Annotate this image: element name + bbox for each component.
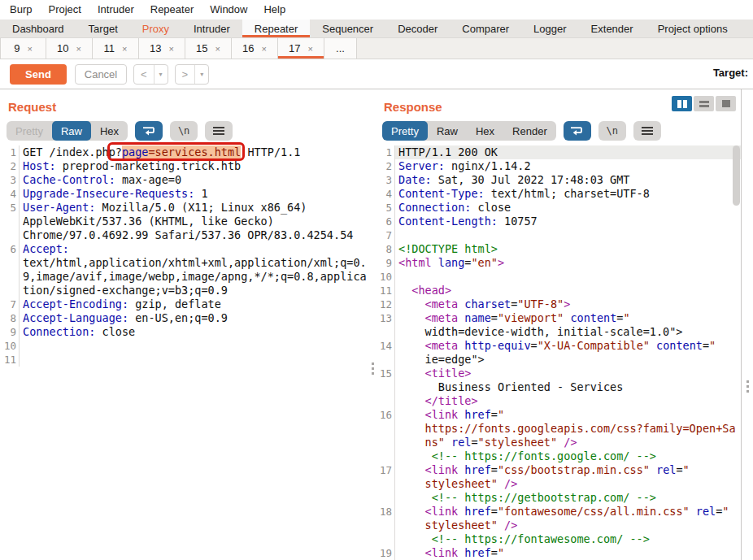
- menu-item-help[interactable]: Help: [255, 0, 294, 20]
- request-menu-button[interactable]: [205, 121, 233, 141]
- menu-item-repeater[interactable]: Repeater: [142, 0, 202, 20]
- code-line[interactable]: 17 <link href="css/bootstrap.min.css" re…: [376, 463, 741, 477]
- code-line[interactable]: 5User-Agent: Mozilla/5.0 (X11; Linux x86…: [0, 201, 370, 215]
- code-line[interactable]: ie=edge">: [376, 353, 741, 367]
- close-tab-icon[interactable]: ×: [122, 44, 127, 54]
- code-line[interactable]: 7Accept-Encoding: gzip, deflate: [0, 297, 370, 311]
- back-dropdown-icon[interactable]: ▾: [154, 65, 168, 84]
- repeater-tab-16[interactable]: 16×: [232, 38, 278, 59]
- forward-dropdown-icon[interactable]: ▾: [194, 65, 208, 84]
- repeater-tab-9[interactable]: 9×: [0, 38, 46, 59]
- send-button[interactable]: Send: [10, 64, 67, 85]
- close-tab-icon[interactable]: ×: [215, 44, 220, 54]
- repeater-tab-11[interactable]: 11×: [93, 38, 139, 59]
- main-tab-logger[interactable]: Logger: [521, 20, 578, 37]
- code-line[interactable]: 2Host: preprod-marketing.trick.htb: [0, 159, 370, 173]
- code-line[interactable]: 10: [0, 339, 370, 353]
- code-line[interactable]: 1GET /index.php?page=services.html HTTP/…: [0, 145, 370, 159]
- response-tab-render[interactable]: Render: [503, 121, 556, 141]
- repeater-tab-overflow[interactable]: ...: [324, 38, 357, 59]
- menu-item-intruder[interactable]: Intruder: [89, 0, 142, 20]
- repeater-tab-13[interactable]: 13×: [139, 38, 185, 59]
- split-columns-view-button[interactable]: [672, 96, 692, 111]
- request-editor[interactable]: 1GET /index.php?page=services.html HTTP/…: [0, 145, 370, 367]
- code-line[interactable]: 7: [376, 228, 741, 242]
- code-line[interactable]: 8<!DOCTYPE html>: [376, 242, 741, 256]
- request-tab-pretty[interactable]: Pretty: [7, 121, 52, 141]
- code-line[interactable]: <!-- https://fonts.google.com/ -->: [376, 449, 741, 463]
- code-line[interactable]: 11: [0, 353, 370, 367]
- menu-item-project[interactable]: Project: [40, 0, 89, 20]
- code-line[interactable]: 13 <meta name="viewport" content=": [376, 311, 741, 325]
- code-line[interactable]: 1HTTP/1.1 200 OK: [376, 145, 741, 159]
- code-line[interactable]: 18 <link href="fontawesome/css/all.min.c…: [376, 505, 741, 519]
- code-line[interactable]: 19 <link href=": [376, 546, 741, 560]
- request-tab-hex[interactable]: Hex: [91, 121, 128, 141]
- code-line[interactable]: 10: [376, 270, 741, 284]
- main-tab-project-options[interactable]: Project options: [646, 20, 740, 37]
- request-show-newlines-button[interactable]: \n: [170, 121, 198, 141]
- panel-splitter[interactable]: [370, 89, 376, 560]
- code-line[interactable]: 4Upgrade-Insecure-Requests: 1: [0, 187, 370, 201]
- code-line[interactable]: 12 <meta charset="UTF-8">: [376, 297, 741, 311]
- response-show-newlines-button[interactable]: \n: [598, 121, 626, 141]
- menu-item-burp[interactable]: Burp: [2, 0, 40, 20]
- main-tab-dashboard[interactable]: Dashboard: [0, 20, 76, 37]
- code-line[interactable]: 11 <head>: [376, 284, 741, 297]
- close-tab-icon[interactable]: ×: [169, 44, 174, 54]
- main-tab-intruder[interactable]: Intruder: [181, 20, 242, 37]
- code-line[interactable]: width=device-width, initial-scale=1.0">: [376, 325, 741, 339]
- main-tab-sequencer[interactable]: Sequencer: [310, 20, 385, 37]
- response-editor[interactable]: 1HTTP/1.1 200 OK2Server: nginx/1.14.23Da…: [376, 145, 741, 560]
- code-line[interactable]: tion/signed-exchange;v=b3;q=0.9: [0, 284, 370, 297]
- main-tab-target[interactable]: Target: [76, 20, 130, 37]
- code-line[interactable]: 16 <link href=": [376, 408, 741, 422]
- close-tab-icon[interactable]: ×: [76, 44, 81, 54]
- code-line[interactable]: <!-- https://fontawesome.com/ -->: [376, 532, 741, 546]
- response-tab-pretty[interactable]: Pretty: [382, 121, 428, 141]
- repeater-tab-17[interactable]: 17×: [278, 38, 324, 59]
- code-line[interactable]: </title>: [376, 394, 741, 408]
- single-pane-view-button[interactable]: [716, 96, 736, 111]
- code-line[interactable]: 9Connection: close: [0, 325, 370, 339]
- repeater-tab-10[interactable]: 10×: [46, 38, 93, 59]
- code-line[interactable]: Business Oriented - Services: [376, 380, 741, 394]
- response-tab-hex[interactable]: Hex: [467, 121, 503, 141]
- code-line[interactable]: 4Content-Type: text/html; charset=UTF-8: [376, 187, 741, 201]
- history-forward-button[interactable]: > ▾: [175, 64, 210, 85]
- response-tab-raw[interactable]: Raw: [428, 121, 467, 141]
- menu-item-window[interactable]: Window: [202, 0, 255, 20]
- close-tab-icon[interactable]: ×: [262, 44, 267, 54]
- code-line[interactable]: 8Accept-Language: en-US,en;q=0.9: [0, 311, 370, 325]
- code-line[interactable]: 3Cache-Control: max-age=0: [0, 173, 370, 187]
- cancel-button[interactable]: Cancel: [75, 64, 127, 85]
- code-line[interactable]: 15 <title>: [376, 367, 741, 380]
- code-line[interactable]: 9<html lang="en">: [376, 256, 741, 270]
- close-tab-icon[interactable]: ×: [27, 44, 32, 54]
- main-tab-decoder[interactable]: Decoder: [385, 20, 450, 37]
- code-line[interactable]: text/html,application/xhtml+xml,applicat…: [0, 256, 370, 270]
- code-line[interactable]: 3Date: Sat, 30 Jul 2022 17:48:03 GMT: [376, 173, 741, 187]
- main-tab-extender[interactable]: Extender: [579, 20, 646, 37]
- code-line[interactable]: stylesheet" />: [376, 519, 741, 532]
- main-tab-repeater[interactable]: Repeater: [242, 20, 310, 37]
- main-tab-proxy[interactable]: Proxy: [130, 20, 181, 37]
- request-word-wrap-button[interactable]: [135, 121, 163, 141]
- inspector-collapsed-strip[interactable]: [741, 89, 753, 560]
- response-menu-button[interactable]: [633, 121, 661, 141]
- code-line[interactable]: ns" rel="stylesheet" />: [376, 436, 741, 449]
- response-scrollbar-thumb[interactable]: [733, 145, 740, 206]
- code-line[interactable]: stylesheet" />: [376, 477, 741, 491]
- code-line[interactable]: https://fonts.googleapis.com/css?family=…: [376, 422, 741, 436]
- code-line[interactable]: 6Accept:: [0, 242, 370, 256]
- repeater-tab-15[interactable]: 15×: [185, 38, 232, 59]
- request-tab-raw[interactable]: Raw: [52, 121, 91, 141]
- code-line[interactable]: Chrome/97.0.4692.99 Safari/537.36 OPR/83…: [0, 228, 370, 242]
- split-rows-view-button[interactable]: [694, 96, 714, 111]
- code-line[interactable]: 9,image/avif,image/webp,image/apng,*/*;q…: [0, 270, 370, 284]
- code-line[interactable]: 6Content-Length: 10757: [376, 215, 741, 228]
- code-line[interactable]: AppleWebKit/537.36 (KHTML, like Gecko): [0, 215, 370, 228]
- response-word-wrap-button[interactable]: [564, 121, 591, 141]
- code-line[interactable]: 5Connection: close: [376, 201, 741, 215]
- main-tab-comparer[interactable]: Comparer: [450, 20, 521, 37]
